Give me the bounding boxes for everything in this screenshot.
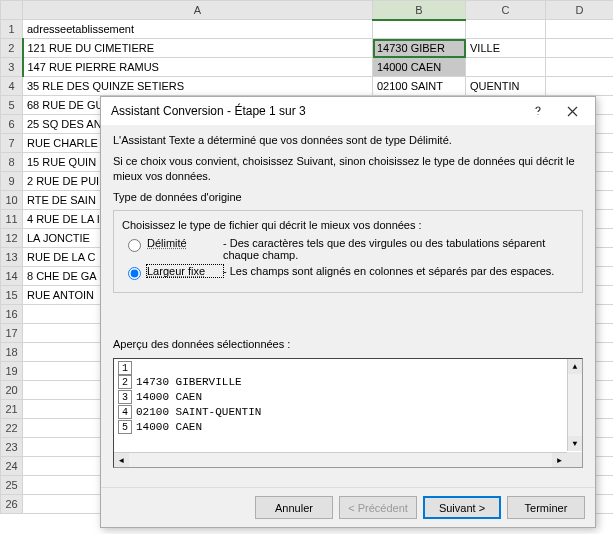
previous-button: < Précédent <box>339 496 417 519</box>
row-header[interactable]: 14 <box>1 267 23 286</box>
scroll-down-icon[interactable]: ▼ <box>568 436 582 451</box>
preview-linenum: 4 <box>118 405 132 419</box>
row-header[interactable]: 3 <box>1 58 23 77</box>
preview-row: 514000 CAEN <box>118 420 578 435</box>
cell[interactable]: QUENTIN <box>466 77 546 96</box>
cell[interactable]: VILLE <box>466 39 546 58</box>
col-header-b[interactable]: B <box>373 1 466 20</box>
row-header[interactable]: 18 <box>1 343 23 362</box>
row-header[interactable]: 10 <box>1 191 23 210</box>
cell[interactable]: 121 RUE DU CIMETIERE <box>23 39 373 58</box>
cell[interactable]: 02100 SAINT <box>373 77 466 96</box>
cancel-button[interactable]: Annuler <box>255 496 333 519</box>
radio-fixedwidth[interactable] <box>128 267 141 280</box>
radio-fixedwidth-row[interactable]: Largeur fixe - Les champs sont alignés e… <box>122 265 574 280</box>
preview-text: 02100 SAINT-QUENTIN <box>136 405 261 420</box>
cell[interactable]: 147 RUE PIERRE RAMUS <box>23 58 373 77</box>
preview-text: 14000 CAEN <box>136 390 202 405</box>
close-button[interactable] <box>555 99 589 123</box>
scroll-up-icon[interactable]: ▲ <box>568 359 582 374</box>
cell[interactable]: 14000 CAEN <box>373 58 466 77</box>
cell[interactable] <box>466 58 546 77</box>
preview-row: 214730 GIBERVILLE <box>118 375 578 390</box>
row-header[interactable]: 20 <box>1 381 23 400</box>
preview-row: 314000 CAEN <box>118 390 578 405</box>
row-header[interactable]: 17 <box>1 324 23 343</box>
cell[interactable] <box>546 20 614 39</box>
cell[interactable]: adresseetablissement <box>23 20 373 39</box>
preview-text: 14730 GIBERVILLE <box>136 375 242 390</box>
row-header[interactable]: 19 <box>1 362 23 381</box>
row-header[interactable]: 12 <box>1 229 23 248</box>
preview-hscrollbar[interactable]: ◄ ► <box>114 452 567 467</box>
row-header[interactable]: 6 <box>1 115 23 134</box>
radio-delimited-row[interactable]: Délimité - Des caractères tels que des v… <box>122 237 574 261</box>
cell[interactable] <box>546 77 614 96</box>
preview-vscrollbar[interactable]: ▲ ▼ <box>567 359 582 451</box>
preview-row: 1 <box>118 361 578 375</box>
row-header[interactable]: 24 <box>1 457 23 476</box>
scroll-corner <box>567 452 582 467</box>
group-label: Type de données d'origine <box>113 190 583 205</box>
cell[interactable] <box>373 20 466 39</box>
data-type-group: Choisissez le type de fichier qui décrit… <box>113 210 583 293</box>
row-header[interactable]: 13 <box>1 248 23 267</box>
row-header[interactable]: 7 <box>1 134 23 153</box>
scroll-right-icon[interactable]: ► <box>552 453 567 468</box>
preview-linenum: 3 <box>118 390 132 404</box>
intro-text-2: Si ce choix vous convient, choisissez Su… <box>113 154 583 184</box>
radio-delimited-desc: - Des caractères tels que des virgules o… <box>223 237 574 261</box>
group-intro: Choisissez le type de fichier qui décrit… <box>122 219 574 231</box>
radio-fixedwidth-desc: - Les champs sont alignés en colonnes et… <box>223 265 574 277</box>
preview-label: Aperçu des données sélectionnées : <box>113 337 583 352</box>
convert-wizard-dialog: Assistant Conversion - Étape 1 sur 3 L'A… <box>100 96 596 528</box>
radio-fixedwidth-label: Largeur fixe <box>147 265 223 277</box>
row-header[interactable]: 22 <box>1 419 23 438</box>
next-button[interactable]: Suivant > <box>423 496 501 519</box>
dialog-titlebar: Assistant Conversion - Étape 1 sur 3 <box>101 97 595 125</box>
help-button[interactable] <box>521 99 555 123</box>
preview-text: 14000 CAEN <box>136 420 202 435</box>
col-header-a[interactable]: A <box>23 1 373 20</box>
row-header[interactable]: 15 <box>1 286 23 305</box>
preview-row: 402100 SAINT-QUENTIN <box>118 405 578 420</box>
col-header-d[interactable]: D <box>546 1 614 20</box>
row-header[interactable]: 21 <box>1 400 23 419</box>
cell[interactable]: 35 RLE DES QUINZE SETIERS <box>23 77 373 96</box>
cell[interactable] <box>466 20 546 39</box>
row-header[interactable]: 11 <box>1 210 23 229</box>
preview-linenum: 2 <box>118 375 132 389</box>
scroll-left-icon[interactable]: ◄ <box>114 453 129 468</box>
row-header[interactable]: 9 <box>1 172 23 191</box>
row-header[interactable]: 26 <box>1 495 23 514</box>
preview-box: 1214730 GIBERVILLE314000 CAEN402100 SAIN… <box>113 358 583 468</box>
cell[interactable] <box>546 39 614 58</box>
row-header[interactable]: 25 <box>1 476 23 495</box>
radio-delimited[interactable] <box>128 239 141 252</box>
cell[interactable]: 14730 GIBER <box>373 39 466 58</box>
row-header[interactable]: 5 <box>1 96 23 115</box>
dialog-button-row: Annuler < Précédent Suivant > Terminer <box>101 487 595 527</box>
dialog-title: Assistant Conversion - Étape 1 sur 3 <box>111 104 521 118</box>
cell[interactable] <box>546 58 614 77</box>
intro-text-1: L'Assistant Texte a déterminé que vos do… <box>113 133 583 148</box>
row-header[interactable]: 1 <box>1 20 23 39</box>
preview-linenum: 5 <box>118 420 132 434</box>
row-header[interactable]: 8 <box>1 153 23 172</box>
row-header[interactable]: 2 <box>1 39 23 58</box>
col-header-c[interactable]: C <box>466 1 546 20</box>
finish-button[interactable]: Terminer <box>507 496 585 519</box>
preview-linenum: 1 <box>118 361 132 375</box>
row-header[interactable]: 4 <box>1 77 23 96</box>
radio-delimited-label: Délimité <box>147 237 223 249</box>
select-all-corner[interactable] <box>1 1 23 20</box>
row-header[interactable]: 16 <box>1 305 23 324</box>
row-header[interactable]: 23 <box>1 438 23 457</box>
